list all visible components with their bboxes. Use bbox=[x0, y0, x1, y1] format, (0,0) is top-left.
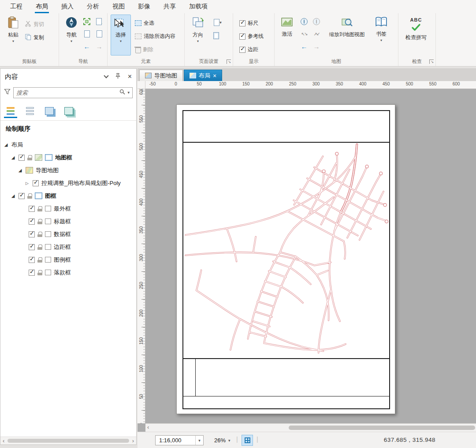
tree-item-frame-signature[interactable]: ✓ 落款框 bbox=[0, 266, 136, 279]
layout-canvas[interactable] bbox=[145, 89, 476, 423]
cut-button[interactable]: 剪切 bbox=[25, 20, 44, 28]
menu-tab-insert[interactable]: 插入 bbox=[55, 0, 80, 13]
lock-icon[interactable] bbox=[27, 193, 32, 199]
scroll-left-icon[interactable]: ‹ bbox=[147, 424, 149, 431]
canvas-scrollbar-thumb[interactable] bbox=[289, 426, 475, 430]
menu-tab-analysis[interactable]: 分析 bbox=[80, 0, 106, 13]
ruler-checkbox[interactable]: ✓ bbox=[239, 20, 245, 26]
filter-icon[interactable] bbox=[4, 89, 11, 96]
search-icon[interactable] bbox=[119, 89, 125, 96]
full-extent-button[interactable] bbox=[82, 17, 92, 26]
tree-item-frame-legend[interactable]: ✓ 图例框 bbox=[0, 253, 136, 266]
expand-icon[interactable]: ◢ bbox=[10, 155, 16, 160]
list-by-source-tab[interactable] bbox=[22, 104, 37, 118]
pane-pin-icon[interactable] bbox=[115, 73, 121, 81]
activate-button[interactable]: 激活 bbox=[276, 14, 298, 38]
contents-horizontal-scrollbar[interactable]: ‹ › bbox=[0, 437, 136, 444]
zoom-combobox[interactable]: 26% ▾ bbox=[212, 435, 233, 445]
title-frame[interactable] bbox=[183, 111, 389, 143]
map-previous-button[interactable]: ← bbox=[299, 41, 309, 51]
tree-item-frame-title[interactable]: ✓ 标题框 bbox=[0, 215, 136, 228]
bookmarks-button[interactable]: 书签 ▾ bbox=[371, 14, 392, 42]
copy-button[interactable]: 复制 bbox=[25, 33, 44, 41]
list-by-selection-tab[interactable] bbox=[42, 104, 57, 118]
frame-checkbox[interactable]: ✓ bbox=[29, 206, 35, 212]
frame-checkbox[interactable]: ✓ bbox=[29, 257, 35, 263]
menu-tab-imagery[interactable]: 影像 bbox=[131, 0, 157, 13]
expand-icon[interactable]: ◢ bbox=[3, 142, 9, 147]
frame-group-checkbox[interactable]: ✓ bbox=[19, 193, 25, 199]
expand-extent-button[interactable]: ↗↙ bbox=[312, 29, 321, 39]
canvas-horizontal-scrollbar[interactable]: ‹ bbox=[145, 423, 476, 432]
fixed-zoom-in-button[interactable] bbox=[94, 17, 104, 26]
frame-checkbox[interactable]: ✓ bbox=[29, 231, 35, 237]
snap-grid-button[interactable] bbox=[242, 435, 253, 446]
map-frame[interactable] bbox=[183, 143, 389, 359]
margins-checkbox[interactable]: ✓ bbox=[239, 47, 245, 53]
map-next-button[interactable]: → bbox=[312, 41, 321, 51]
globe-disabled-button[interactable] bbox=[312, 17, 321, 26]
navigate-button[interactable]: 导航 ▾ bbox=[61, 14, 82, 43]
search-input[interactable] bbox=[16, 89, 117, 96]
signature-frame[interactable] bbox=[183, 397, 389, 409]
page-size-button[interactable]: ▾ bbox=[211, 18, 224, 27]
lock-icon[interactable] bbox=[37, 219, 42, 224]
lock-icon[interactable] bbox=[37, 206, 42, 211]
next-extent-page-button[interactable] bbox=[94, 29, 104, 39]
list-by-drawing-order-tab[interactable] bbox=[3, 104, 18, 118]
check-spelling-button[interactable]: ABC 检查拼写 bbox=[403, 15, 429, 41]
scroll-left-icon[interactable]: ‹ bbox=[3, 437, 4, 444]
search-dropdown-icon[interactable]: ▾ bbox=[127, 90, 130, 95]
previous-extent-button[interactable]: ← bbox=[82, 41, 92, 51]
guides-checkbox[interactable]: ✓ bbox=[239, 33, 245, 40]
ruler-checkbox-row[interactable]: ✓ 标尺 bbox=[239, 19, 258, 27]
layout-page[interactable] bbox=[176, 104, 395, 414]
pane-menu-chevron-icon[interactable] bbox=[104, 73, 108, 78]
select-all-button[interactable]: 全选 bbox=[135, 19, 154, 27]
previous-extent-page-button[interactable] bbox=[82, 29, 92, 39]
scroll-right-icon[interactable]: › bbox=[132, 437, 134, 444]
page-setup-launcher-icon[interactable]: ↘ bbox=[227, 59, 231, 64]
menu-tab-layout[interactable]: 布局 bbox=[29, 0, 55, 13]
collapse-extent-button[interactable]: ↖↘ bbox=[299, 29, 309, 39]
clear-selection-button[interactable]: 清除所选内容 bbox=[135, 33, 175, 40]
frame-checkbox[interactable]: ✓ bbox=[29, 244, 35, 250]
guides-checkbox-row[interactable]: ✓ 参考线 bbox=[239, 33, 264, 40]
check-launcher-icon[interactable]: ↘ bbox=[429, 59, 434, 64]
frame-checkbox[interactable]: ✓ bbox=[29, 218, 35, 225]
expand-icon[interactable]: ▷ bbox=[24, 181, 30, 185]
menu-tab-view[interactable]: 视图 bbox=[106, 0, 131, 13]
orientation-button[interactable]: 方向 ▾ bbox=[187, 14, 208, 43]
legend-frame[interactable] bbox=[183, 359, 389, 396]
layer-checkbox[interactable]: ✓ bbox=[33, 180, 39, 186]
expand-icon[interactable]: ◢ bbox=[10, 193, 16, 198]
scrollbar-thumb[interactable] bbox=[7, 439, 129, 443]
pane-close-icon[interactable]: × bbox=[128, 74, 132, 80]
lock-icon[interactable] bbox=[37, 270, 42, 275]
scale-combobox[interactable]: 1:16,000 ▾ bbox=[155, 435, 204, 445]
tree-item-map-frame[interactable]: ◢ ✓ 地图框 bbox=[0, 151, 136, 164]
menu-tab-project[interactable]: 工程 bbox=[4, 0, 29, 13]
tree-item-layer[interactable]: ▷ ✓ 控规调整_用地布局规划图-Poly bbox=[0, 177, 136, 189]
lock-icon[interactable] bbox=[37, 257, 42, 263]
tree-item-layout-root[interactable]: ◢ 布局 bbox=[0, 138, 136, 151]
lock-icon[interactable] bbox=[27, 155, 32, 160]
margins-button[interactable] bbox=[211, 31, 221, 41]
list-by-snapping-tab[interactable] bbox=[61, 104, 76, 118]
tree-item-frame-data[interactable]: ✓ 数据框 bbox=[0, 228, 136, 241]
globe-button[interactable] bbox=[299, 17, 309, 26]
next-extent-button[interactable]: → bbox=[94, 41, 104, 51]
tree-item-map[interactable]: ◢ 导图地图 bbox=[0, 164, 136, 177]
map-frame-checkbox[interactable]: ✓ bbox=[19, 155, 25, 161]
tree-item-frame-margin[interactable]: ✓ 边距框 bbox=[0, 241, 136, 253]
delete-button[interactable]: 删除 bbox=[135, 46, 153, 53]
zoom-to-map-view-button[interactable]: 缩放到地图视图 bbox=[325, 14, 369, 38]
frame-checkbox[interactable]: ✓ bbox=[29, 270, 35, 276]
margins-checkbox-row[interactable]: ✓ 边距 bbox=[239, 46, 258, 53]
lock-icon[interactable] bbox=[37, 232, 42, 237]
close-view-icon[interactable]: × bbox=[213, 73, 216, 78]
outermost-frame[interactable] bbox=[182, 110, 390, 409]
expand-icon[interactable]: ◢ bbox=[17, 168, 23, 173]
lock-icon[interactable] bbox=[37, 244, 42, 250]
tree-item-frame-group[interactable]: ◢ ✓ 图框 bbox=[0, 189, 136, 202]
